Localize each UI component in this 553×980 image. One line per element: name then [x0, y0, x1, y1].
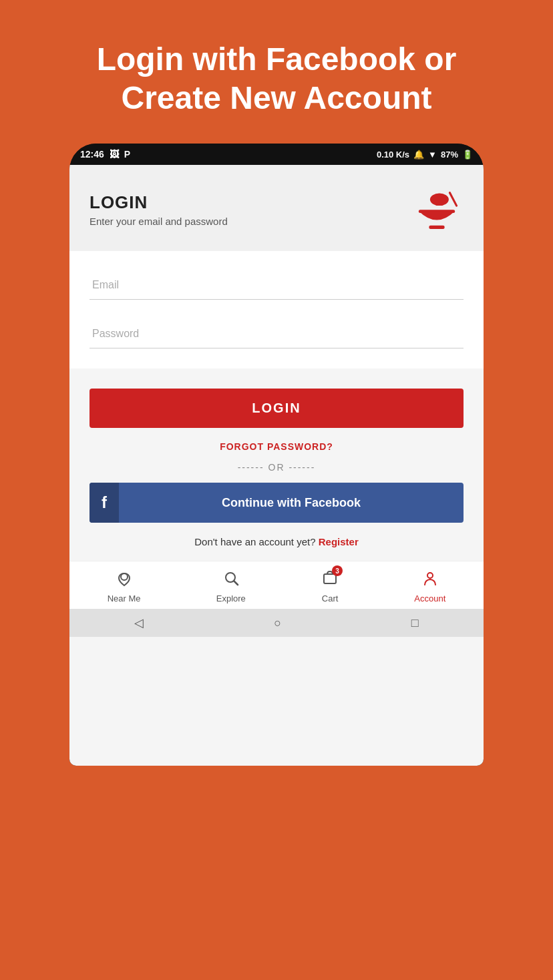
register-prompt: Don't have an account yet? — [194, 536, 315, 547]
nav-item-cart[interactable]: 3 Cart — [321, 569, 339, 603]
cart-wrapper: 3 — [321, 569, 339, 591]
phone-wrapper: 12:46 🖼 P 0.10 K/s 🔔 ▼ 87% 🔋 LOGIN — [0, 144, 553, 766]
login-title: LOGIN — [89, 192, 228, 213]
bowl-icon — [410, 185, 464, 232]
logo-area — [410, 185, 464, 234]
home-button[interactable]: ○ — [274, 616, 281, 630]
status-right: 0.10 K/s 🔔 ▼ 87% 🔋 — [377, 150, 473, 160]
bottom-nav: Near Me Explore — [69, 561, 484, 609]
email-input[interactable] — [89, 271, 464, 300]
battery-icon: 🔋 — [462, 150, 473, 160]
account-icon — [421, 569, 439, 591]
password-input[interactable] — [89, 320, 464, 348]
svg-point-8 — [427, 573, 433, 578]
facebook-icon-box: f — [89, 483, 119, 523]
nav-item-near-me[interactable]: Near Me — [108, 569, 141, 603]
svg-rect-3 — [429, 226, 444, 229]
explore-label: Explore — [216, 593, 246, 603]
network-speed: 0.10 K/s — [377, 150, 409, 160]
nav-item-account[interactable]: Account — [414, 569, 445, 603]
form-area — [69, 251, 484, 369]
forgot-password-link[interactable]: FORGOT PASSWORD? — [69, 441, 484, 452]
explore-icon — [222, 569, 240, 591]
wifi-icon: ▼ — [428, 150, 437, 160]
phone-frame: 12:46 🖼 P 0.10 K/s 🔔 ▼ 87% 🔋 LOGIN — [69, 144, 484, 766]
password-input-group — [89, 320, 464, 348]
svg-line-6 — [234, 581, 238, 585]
register-row: Don't have an account yet? Register — [69, 536, 484, 554]
svg-line-1 — [449, 193, 456, 206]
login-button[interactable]: LOGIN — [89, 389, 464, 428]
or-divider: ------ OR ------ — [69, 462, 484, 473]
app-header: LOGIN Enter your email and password — [69, 165, 484, 251]
near-me-label: Near Me — [108, 593, 141, 603]
battery-display: 87% — [441, 150, 458, 160]
svg-rect-7 — [324, 574, 336, 583]
login-subtitle: Enter your email and password — [89, 216, 228, 227]
svg-rect-2 — [419, 210, 455, 214]
back-button[interactable]: ◁ — [134, 616, 144, 630]
status-bar: 12:46 🖼 P 0.10 K/s 🔔 ▼ 87% 🔋 — [69, 144, 484, 165]
app-header-left: LOGIN Enter your email and password — [89, 192, 228, 227]
register-link[interactable]: Register — [319, 536, 359, 547]
near-me-icon — [116, 569, 133, 591]
nav-item-explore[interactable]: Explore — [216, 569, 246, 603]
page-background: Login with Facebook or Create New Accoun… — [0, 0, 553, 766]
facebook-button-text: Continue with Facebook — [119, 485, 464, 521]
cart-badge: 3 — [332, 565, 343, 576]
facebook-icon: f — [102, 493, 107, 512]
status-left: 12:46 🖼 P — [80, 149, 130, 160]
page-title: Login with Facebook or Create New Accoun… — [53, 40, 500, 117]
time-display: 12:46 — [80, 149, 104, 160]
signal-icon: 🔔 — [413, 150, 424, 160]
phone-content: LOGIN Enter your email and password — [69, 165, 484, 766]
page-header: Login with Facebook or Create New Accoun… — [0, 0, 553, 144]
svg-point-0 — [430, 194, 449, 206]
cart-label: Cart — [322, 593, 339, 603]
recents-button[interactable]: □ — [411, 616, 419, 630]
android-nav: ◁ ○ □ — [69, 609, 484, 637]
facebook-login-button[interactable]: f Continue with Facebook — [89, 483, 464, 523]
photo-icon: 🖼 — [110, 149, 119, 160]
email-input-group — [89, 271, 464, 300]
p-icon: P — [124, 149, 130, 160]
account-label: Account — [414, 593, 445, 603]
